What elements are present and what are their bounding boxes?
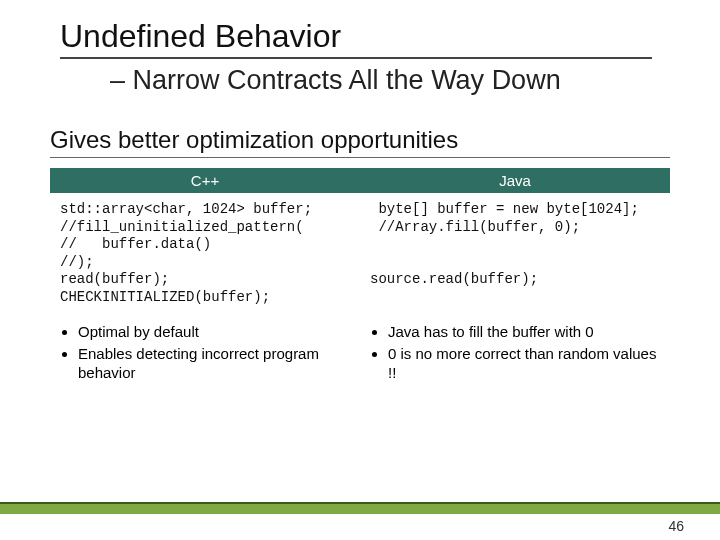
footer-accent-bar [0, 502, 720, 514]
code-java: byte[] buffer = new byte[1024]; //Array.… [360, 193, 670, 314]
section-heading: Gives better optimization opportunities [50, 126, 670, 158]
column-header-cpp: C++ [50, 168, 360, 193]
page-number: 46 [668, 518, 684, 534]
code-cpp: std::array<char, 1024> buffer; //fill_un… [50, 193, 360, 314]
table-header-row: C++ Java [50, 168, 670, 193]
comparison-table: C++ Java std::array<char, 1024> buffer; … [50, 168, 670, 393]
slide-title: Undefined Behavior [60, 18, 341, 59]
list-item: Enables detecting incorrect program beha… [78, 344, 350, 383]
bullets-cpp: Optimal by default Enables detecting inc… [50, 314, 360, 393]
list-item: Java has to fill the buffer with 0 [388, 322, 660, 342]
slide-subtitle: – Narrow Contracts All the Way Down [110, 65, 660, 96]
table-row: Optimal by default Enables detecting inc… [50, 314, 670, 393]
list-item: Optimal by default [78, 322, 350, 342]
list-item: 0 is no more correct than random values … [388, 344, 660, 383]
bullets-java: Java has to fill the buffer with 0 0 is … [360, 314, 670, 393]
table-row: std::array<char, 1024> buffer; //fill_un… [50, 193, 670, 314]
column-header-java: Java [360, 168, 670, 193]
